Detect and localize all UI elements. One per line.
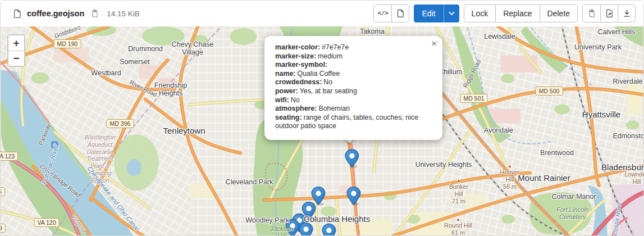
popup-field: marker-size:medium <box>275 52 432 61</box>
file-name: coffee.geojson <box>27 9 84 18</box>
map-zoom-control: + − <box>7 34 25 67</box>
file-header: coffee.geojson 14.15 KiB </> Edit Lock <box>1 1 643 26</box>
file-icon <box>13 9 22 19</box>
edit-split-button: Edit <box>414 4 459 22</box>
zoom-in-button[interactable]: + <box>8 35 24 51</box>
chevron-down-icon <box>449 11 455 16</box>
replace-button[interactable]: Replace <box>495 5 539 22</box>
file-size: 14.15 KiB <box>107 10 140 18</box>
map-marker-pin[interactable] <box>322 224 336 236</box>
edit-button[interactable]: Edit <box>414 4 443 22</box>
download-button[interactable] <box>618 5 635 22</box>
clipboard-icon <box>587 9 596 18</box>
map-view[interactable]: Takoma Lewisdale Calvert Hills Universit… <box>1 26 643 236</box>
popup-field: seating:range of chairs, tables, couches… <box>275 114 432 131</box>
copy-contents-button[interactable] <box>583 5 600 22</box>
popup-field: name:Qualia Coffee <box>275 70 432 79</box>
landmark-icon <box>51 141 58 148</box>
popup-field: wifi:No <box>275 96 432 105</box>
rendered-view-button[interactable] <box>391 5 409 22</box>
popup-field: marker-color:#7e7e7e <box>275 43 432 52</box>
popup-field: power:Yes, at bar seating <box>275 87 432 96</box>
file-viewer: coffee.geojson 14.15 KiB </> Edit Lock <box>0 0 644 236</box>
delete-button[interactable]: Delete <box>540 5 577 22</box>
file-tools <box>582 4 636 22</box>
copy-path-button[interactable] <box>89 8 100 19</box>
popup-field: marker-symbol: <box>275 61 432 70</box>
popup-field: crowdedness:No <box>275 78 432 87</box>
feature-popup: × marker-color:#7e7e7e marker-size:mediu… <box>264 36 442 140</box>
popup-close-button[interactable]: × <box>431 39 437 48</box>
zoom-out-button[interactable]: − <box>8 51 24 66</box>
view-toggle: </> <box>373 4 409 22</box>
download-icon <box>623 9 631 18</box>
edit-dropdown-button[interactable] <box>444 4 459 22</box>
document-icon <box>396 9 405 18</box>
code-view-button[interactable]: </> <box>374 5 391 22</box>
file-raw-icon <box>605 9 614 18</box>
file-actions: Lock Replace Delete <box>464 4 578 22</box>
open-raw-button[interactable] <box>600 5 618 22</box>
map-marker-pin[interactable] <box>299 223 313 236</box>
code-icon: </> <box>378 10 388 17</box>
popup-field: atmosphere:Bohemian <box>275 105 432 114</box>
lock-button[interactable]: Lock <box>464 5 496 22</box>
